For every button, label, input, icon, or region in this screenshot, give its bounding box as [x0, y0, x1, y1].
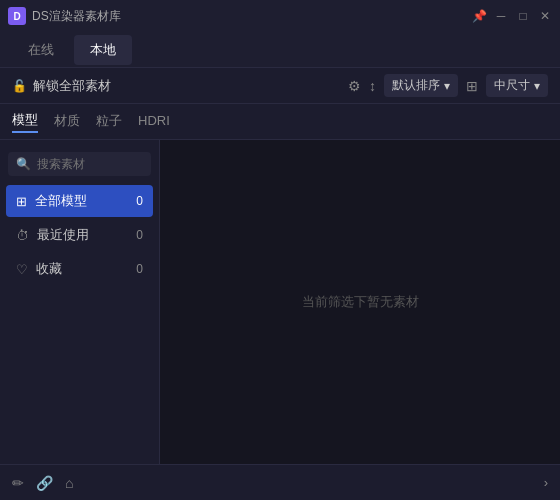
subtab-particle[interactable]: 粒子 — [96, 112, 122, 132]
subtabbar: 模型 材质 粒子 HDRI — [0, 104, 560, 140]
maximize-button[interactable]: □ — [516, 9, 530, 23]
sort-icon[interactable]: ↕ — [369, 78, 376, 94]
app-logo: D — [8, 7, 26, 25]
search-input[interactable] — [37, 157, 143, 171]
sidebar: 🔍 ⊞ 全部模型 0 ⏱ 最近使用 0 ♡ 收藏 0 — [0, 140, 160, 464]
empty-tip: 当前筛选下暂无素材 — [302, 293, 419, 311]
size-chevron-icon: ▾ — [534, 79, 540, 93]
link-icon[interactable]: 🔗 — [36, 475, 53, 491]
titlebar: D DS渲染器素材库 📌 ─ □ ✕ — [0, 0, 560, 32]
sidebar-item-all-models-label: 全部模型 — [35, 192, 128, 210]
titlebar-left: D DS渲染器素材库 — [8, 7, 121, 25]
toolbar-left: 🔓 解锁全部素材 — [12, 77, 348, 95]
sort-label: 默认排序 — [392, 77, 440, 94]
titlebar-controls: 📌 ─ □ ✕ — [472, 9, 552, 23]
sidebar-item-favorites-label: 收藏 — [36, 260, 128, 278]
tab-local[interactable]: 本地 — [74, 35, 132, 65]
sidebar-item-recent-label: 最近使用 — [37, 226, 128, 244]
size-label: 中尺寸 — [494, 77, 530, 94]
toolbar: 🔓 解锁全部素材 ⚙ ↕ 默认排序 ▾ ⊞ 中尺寸 ▾ — [0, 68, 560, 104]
search-icon: 🔍 — [16, 157, 31, 171]
size-dropdown[interactable]: 中尺寸 ▾ — [486, 74, 548, 97]
titlebar-title: DS渲染器素材库 — [32, 8, 121, 25]
favorite-icon: ♡ — [16, 262, 28, 277]
sidebar-item-favorites[interactable]: ♡ 收藏 0 — [6, 253, 153, 285]
content-area: 🔍 ⊞ 全部模型 0 ⏱ 最近使用 0 ♡ 收藏 0 当前筛选下暂无素材 — [0, 140, 560, 464]
tabbar: 在线 本地 — [0, 32, 560, 68]
close-button[interactable]: ✕ — [538, 9, 552, 23]
grid-icon: ⊞ — [16, 194, 27, 209]
expand-icon[interactable]: › — [544, 475, 548, 490]
search-box[interactable]: 🔍 — [8, 152, 151, 176]
minimize-button[interactable]: ─ — [494, 9, 508, 23]
filter-icon[interactable]: ⚙ — [348, 78, 361, 94]
lock-icon: 🔓 — [12, 79, 27, 93]
bottombar: ✏ 🔗 ⌂ › — [0, 464, 560, 500]
sort-chevron-icon: ▾ — [444, 79, 450, 93]
edit-icon[interactable]: ✏ — [12, 475, 24, 491]
sidebar-item-recent[interactable]: ⏱ 最近使用 0 — [6, 219, 153, 251]
grid-icon[interactable]: ⊞ — [466, 78, 478, 94]
recent-icon: ⏱ — [16, 228, 29, 243]
subtab-material[interactable]: 材质 — [54, 112, 80, 132]
home-icon[interactable]: ⌂ — [65, 475, 73, 491]
sidebar-item-recent-count: 0 — [136, 228, 143, 242]
main-content: 当前筛选下暂无素材 — [160, 140, 560, 464]
subtab-model[interactable]: 模型 — [12, 111, 38, 133]
pin-button[interactable]: 📌 — [472, 9, 486, 23]
sidebar-item-all-models[interactable]: ⊞ 全部模型 0 — [6, 185, 153, 217]
subtab-hdri[interactable]: HDRI — [138, 113, 170, 130]
unlock-label: 解锁全部素材 — [33, 77, 111, 95]
toolbar-right: ⚙ ↕ 默认排序 ▾ ⊞ 中尺寸 ▾ — [348, 74, 548, 97]
content-wrapper: 模型 材质 粒子 HDRI 🔍 ⊞ 全部模型 0 ⏱ 最近使用 0 ♡ 收 — [0, 104, 560, 464]
tab-online[interactable]: 在线 — [12, 35, 70, 65]
sidebar-item-favorites-count: 0 — [136, 262, 143, 276]
sort-dropdown[interactable]: 默认排序 ▾ — [384, 74, 458, 97]
sidebar-item-all-models-count: 0 — [136, 194, 143, 208]
